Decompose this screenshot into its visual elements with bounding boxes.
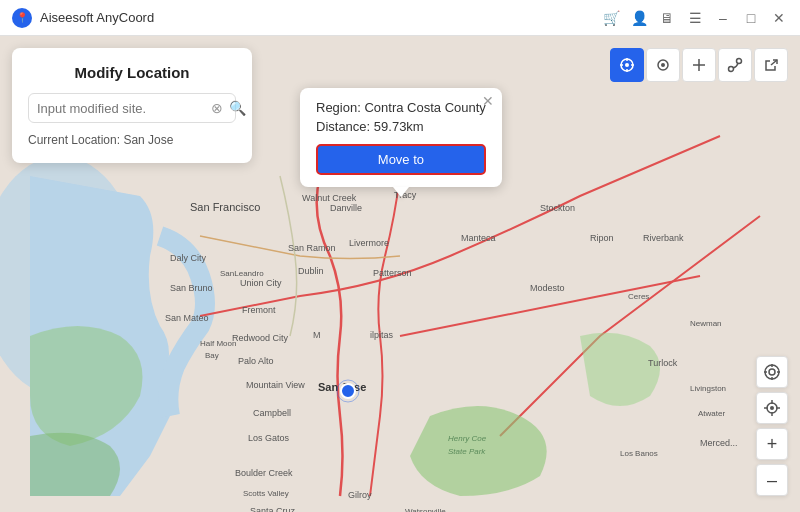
gps-btn[interactable] bbox=[756, 392, 788, 424]
route-icon bbox=[727, 57, 743, 73]
bottom-right-controls: + – bbox=[756, 356, 788, 496]
svg-point-59 bbox=[729, 67, 734, 72]
svg-text:Mountain View: Mountain View bbox=[246, 380, 305, 390]
svg-text:Turlock: Turlock bbox=[648, 358, 678, 368]
toolbar-joystick-btn[interactable] bbox=[682, 48, 716, 82]
svg-text:Walnut Creek: Walnut Creek bbox=[302, 193, 357, 203]
app-title: Aiseesoft AnyCoord bbox=[40, 10, 602, 25]
move-to-button[interactable]: Move to bbox=[316, 144, 486, 175]
svg-text:Los Banos: Los Banos bbox=[620, 449, 658, 458]
target-icon bbox=[619, 57, 635, 73]
svg-text:Danville: Danville bbox=[330, 203, 362, 213]
svg-point-60 bbox=[737, 59, 742, 64]
svg-text:San Francisco: San Francisco bbox=[190, 201, 260, 213]
export-icon bbox=[763, 57, 779, 73]
gps-icon bbox=[763, 399, 781, 417]
svg-text:Modesto: Modesto bbox=[530, 283, 565, 293]
clear-icon[interactable]: ⊗ bbox=[211, 100, 223, 116]
close-btn[interactable]: ✕ bbox=[770, 10, 788, 26]
svg-text:Livingston: Livingston bbox=[690, 384, 726, 393]
main-area: San Francisco Daly City San Bruno San Ma… bbox=[0, 36, 800, 512]
search-input[interactable] bbox=[37, 101, 205, 116]
toolbar-route-btn[interactable] bbox=[718, 48, 752, 82]
svg-point-47 bbox=[341, 384, 355, 398]
svg-point-63 bbox=[769, 369, 775, 375]
svg-text:Patterson: Patterson bbox=[373, 268, 412, 278]
maximize-btn[interactable]: □ bbox=[742, 10, 760, 26]
svg-text:SanLeandro: SanLeandro bbox=[220, 269, 264, 278]
svg-text:San Ramon: San Ramon bbox=[288, 243, 336, 253]
monitor-icon[interactable]: 🖥 bbox=[658, 10, 676, 26]
svg-text:Daly City: Daly City bbox=[170, 253, 207, 263]
svg-text:Scotts Valley: Scotts Valley bbox=[243, 489, 289, 498]
svg-text:San Mateo: San Mateo bbox=[165, 313, 209, 323]
location-ring-btn[interactable] bbox=[756, 356, 788, 388]
svg-point-50 bbox=[625, 63, 629, 67]
location-ring-icon bbox=[763, 363, 781, 381]
svg-text:Palo Alto: Palo Alto bbox=[238, 356, 274, 366]
svg-text:Union City: Union City bbox=[240, 278, 282, 288]
joystick-icon bbox=[691, 57, 707, 73]
minimize-btn[interactable]: – bbox=[714, 10, 732, 26]
svg-text:Manteca: Manteca bbox=[461, 233, 496, 243]
svg-text:Atwater: Atwater bbox=[698, 409, 725, 418]
toolbar-dot-btn[interactable] bbox=[646, 48, 680, 82]
svg-text:Half Moon: Half Moon bbox=[200, 339, 236, 348]
app-icon bbox=[12, 8, 32, 28]
zoom-out-btn[interactable]: – bbox=[756, 464, 788, 496]
title-bar: Aiseesoft AnyCoord 🛒 👤 🖥 ☰ – □ ✕ bbox=[0, 0, 800, 36]
menu-icon[interactable]: ☰ bbox=[686, 10, 704, 26]
svg-point-62 bbox=[765, 365, 779, 379]
panel-title: Modify Location bbox=[28, 64, 236, 81]
popup-distance: Distance: 59.73km bbox=[316, 119, 486, 134]
search-icon[interactable]: 🔍 bbox=[229, 100, 246, 116]
svg-text:Dublin: Dublin bbox=[298, 266, 324, 276]
search-box: ⊗ 🔍 bbox=[28, 93, 236, 123]
left-panel: Modify Location ⊗ 🔍 Current Location: Sa… bbox=[12, 48, 252, 163]
svg-text:Campbell: Campbell bbox=[253, 408, 291, 418]
svg-text:Watsonville: Watsonville bbox=[405, 507, 446, 512]
svg-text:Newman: Newman bbox=[690, 319, 722, 328]
svg-text:State Park: State Park bbox=[448, 447, 486, 456]
dot-icon bbox=[655, 57, 671, 73]
svg-text:Stockton: Stockton bbox=[540, 203, 575, 213]
toolbar-row bbox=[610, 48, 788, 82]
window-controls: 🛒 👤 🖥 ☰ – □ ✕ bbox=[602, 10, 788, 26]
current-location-text: Current Location: San Jose bbox=[28, 133, 236, 147]
svg-text:Fremont: Fremont bbox=[242, 305, 276, 315]
svg-text:Livermore: Livermore bbox=[349, 238, 389, 248]
svg-text:Ripon: Ripon bbox=[590, 233, 614, 243]
svg-text:Riverbank: Riverbank bbox=[643, 233, 684, 243]
svg-text:Henry Coe: Henry Coe bbox=[448, 434, 487, 443]
svg-text:Ceres: Ceres bbox=[628, 292, 649, 301]
svg-text:Gilroy: Gilroy bbox=[348, 490, 372, 500]
toolbar-location-btn[interactable] bbox=[610, 48, 644, 82]
svg-text:Merced...: Merced... bbox=[700, 438, 738, 448]
svg-point-73 bbox=[770, 406, 774, 410]
user-icon[interactable]: 👤 bbox=[630, 10, 648, 26]
svg-text:Bay: Bay bbox=[205, 351, 219, 360]
right-toolbar bbox=[610, 48, 788, 82]
svg-point-56 bbox=[661, 63, 665, 67]
svg-text:Santa Cruz: Santa Cruz bbox=[250, 506, 296, 512]
location-popup: ✕ Region: Contra Costa County Distance: … bbox=[300, 88, 502, 187]
svg-text:Redwood City: Redwood City bbox=[232, 333, 289, 343]
toolbar-export-btn[interactable] bbox=[754, 48, 788, 82]
popup-region: Region: Contra Costa County bbox=[316, 100, 486, 115]
zoom-in-btn[interactable]: + bbox=[756, 428, 788, 460]
popup-close-btn[interactable]: ✕ bbox=[482, 94, 494, 108]
svg-text:Boulder Creek: Boulder Creek bbox=[235, 468, 293, 478]
svg-text:San Bruno: San Bruno bbox=[170, 283, 213, 293]
cart-icon[interactable]: 🛒 bbox=[602, 10, 620, 26]
svg-text:Los Gatos: Los Gatos bbox=[248, 433, 290, 443]
